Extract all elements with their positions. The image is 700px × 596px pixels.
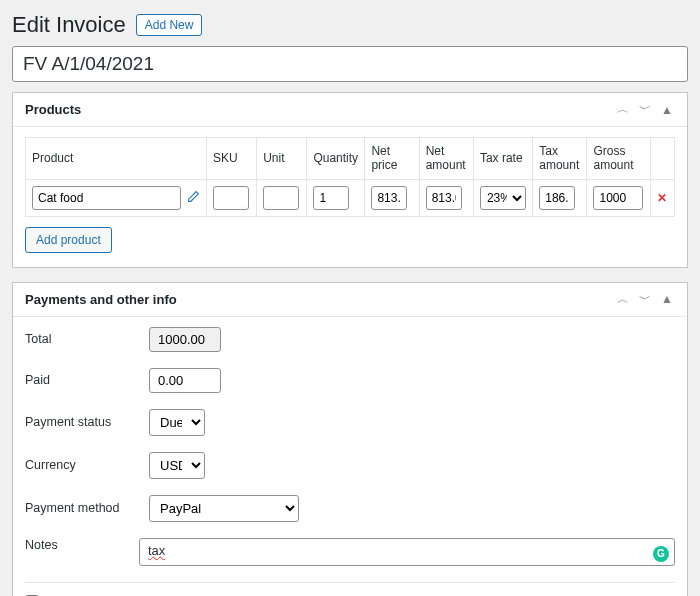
- payment-method-select[interactable]: PayPal: [149, 495, 299, 522]
- products-table: Product SKU Unit Quantity Net price Net …: [25, 137, 675, 217]
- col-tax-rate: Tax rate: [473, 138, 532, 180]
- payments-panel: Payments and other info ︿ ﹀ ▲ Total Paid…: [12, 282, 688, 596]
- payment-status-select[interactable]: Due: [149, 409, 205, 436]
- paid-label: Paid: [25, 373, 149, 387]
- net-price-input[interactable]: [371, 186, 407, 210]
- invoice-title-input[interactable]: [12, 46, 688, 82]
- product-name-input[interactable]: [32, 186, 181, 210]
- unit-input[interactable]: [263, 186, 299, 210]
- gross-amount-input[interactable]: [593, 186, 643, 210]
- tax-amount-input[interactable]: [539, 186, 575, 210]
- remove-row-icon[interactable]: ✕: [650, 179, 674, 216]
- tax-rate-select[interactable]: 23%: [480, 186, 526, 210]
- payments-panel-title: Payments and other info: [25, 292, 177, 307]
- col-unit: Unit: [257, 138, 307, 180]
- payment-method-label: Payment method: [25, 501, 149, 515]
- col-sku: SKU: [206, 138, 256, 180]
- products-panel-title: Products: [25, 102, 81, 117]
- products-panel: Products ︿ ﹀ ▲ Product SKU Unit Quantity…: [12, 92, 688, 268]
- edit-product-icon[interactable]: [187, 190, 200, 206]
- sku-input[interactable]: [213, 186, 249, 210]
- add-product-button[interactable]: Add product: [25, 227, 112, 253]
- table-row: 23% ✕: [26, 179, 675, 216]
- total-label: Total: [25, 332, 149, 346]
- col-product: Product: [26, 138, 207, 180]
- panel-toggle-icon[interactable]: ▲: [659, 292, 675, 306]
- currency-label: Currency: [25, 458, 149, 472]
- total-input: [149, 327, 221, 352]
- col-gross-amount: Gross amount: [587, 138, 650, 180]
- notes-textarea[interactable]: tax: [139, 538, 675, 566]
- net-amount-input[interactable]: [426, 186, 462, 210]
- col-quantity: Quantity: [307, 138, 365, 180]
- currency-select[interactable]: USD: [149, 452, 205, 479]
- panel-up-icon[interactable]: ︿: [615, 101, 631, 118]
- panel-down-icon[interactable]: ﹀: [637, 101, 653, 118]
- add-new-button[interactable]: Add New: [136, 14, 203, 36]
- notes-label: Notes: [25, 538, 139, 552]
- page-title: Edit Invoice: [12, 12, 126, 38]
- payment-status-label: Payment status: [25, 415, 149, 429]
- col-net-amount: Net amount: [419, 138, 473, 180]
- panel-up-icon[interactable]: ︿: [615, 291, 631, 308]
- quantity-input[interactable]: [313, 186, 349, 210]
- col-tax-amount: Tax amount: [533, 138, 587, 180]
- panel-down-icon[interactable]: ﹀: [637, 291, 653, 308]
- panel-toggle-icon[interactable]: ▲: [659, 103, 675, 117]
- paid-input[interactable]: [149, 368, 221, 393]
- col-net-price: Net price: [365, 138, 419, 180]
